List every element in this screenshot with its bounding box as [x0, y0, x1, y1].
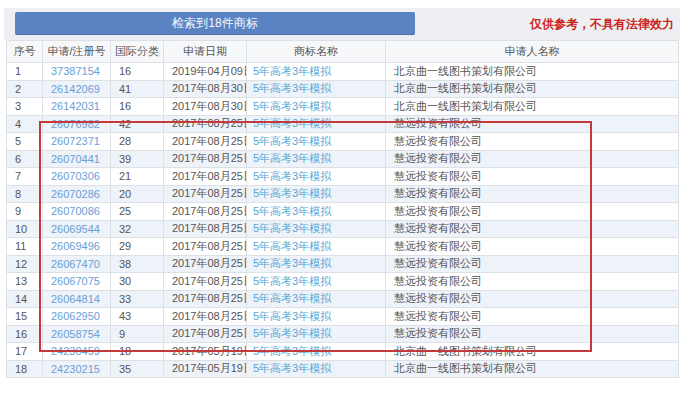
row-index: 10 — [7, 220, 43, 238]
table-row: 3 26142031 16 2017年08月30日 5年高考3年模拟 北京曲一线… — [7, 98, 679, 116]
applicant-name: 慧远投资有限公司 — [386, 220, 679, 238]
apply-date: 2017年08月25日 — [164, 150, 247, 168]
column-header-applicant: 申请人名称 — [386, 41, 679, 63]
intl-class: 39 — [111, 150, 164, 168]
row-index: 11 — [7, 238, 43, 256]
table-row: 10 26069544 32 2017年08月25日 5年高考3年模拟 慧远投资… — [7, 220, 679, 238]
reg-no-link[interactable]: 26058754 — [51, 328, 100, 340]
reg-no-link[interactable]: 26076982 — [51, 118, 100, 130]
table-row: 11 26069496 29 2017年08月25日 5年高考3年模拟 慧远投资… — [7, 238, 679, 256]
table-body: 1 37387154 16 2019年04月09日 5年高考3年模拟 北京曲一线… — [7, 63, 679, 378]
applicant-name: 慧远投资有限公司 — [386, 150, 679, 168]
row-index: 9 — [7, 203, 43, 221]
applicant-name: 慧远投资有限公司 — [386, 290, 679, 308]
trademark-name-link[interactable]: 5年高考3年模拟 — [253, 327, 331, 339]
trademark-name-link[interactable]: 5年高考3年模拟 — [253, 100, 331, 112]
reg-no-link[interactable]: 26064814 — [51, 293, 100, 305]
table-row: 15 26062950 43 2017年08月25日 5年高考3年模拟 慧远投资… — [7, 308, 679, 326]
intl-class: 33 — [111, 290, 164, 308]
reg-no-link[interactable]: 24230459 — [51, 345, 100, 357]
trademark-name-link[interactable]: 5年高考3年模拟 — [253, 292, 331, 304]
table-row: 18 24230215 35 2017年05月19日 5年高考3年模拟 北京曲一… — [7, 360, 679, 378]
trademark-name-link[interactable]: 5年高考3年模拟 — [253, 117, 331, 129]
row-index: 2 — [7, 80, 43, 98]
reg-no-link[interactable]: 24230215 — [51, 363, 100, 375]
trademark-name-link[interactable]: 5年高考3年模拟 — [253, 222, 331, 234]
column-header-index: 序号 — [7, 41, 43, 63]
reg-no-link[interactable]: 26070286 — [51, 188, 100, 200]
table-row: 12 26067470 38 2017年08月25日 5年高考3年模拟 慧远投资… — [7, 255, 679, 273]
reg-no-link[interactable]: 26142069 — [51, 83, 100, 95]
reg-no-link[interactable]: 37387154 — [51, 65, 100, 77]
reg-no-link[interactable]: 26070086 — [51, 205, 100, 217]
trademark-name-link[interactable]: 5年高考3年模拟 — [253, 205, 331, 217]
reg-no-link[interactable]: 26069496 — [51, 240, 100, 252]
applicant-name: 慧远投资有限公司 — [386, 238, 679, 256]
intl-class: 43 — [111, 308, 164, 326]
intl-class: 30 — [111, 273, 164, 291]
trademark-name-link[interactable]: 5年高考3年模拟 — [253, 152, 331, 164]
apply-date: 2017年08月25日 — [164, 325, 247, 343]
intl-class: 35 — [111, 360, 164, 378]
trademark-name-link[interactable]: 5年高考3年模拟 — [253, 240, 331, 252]
row-index: 3 — [7, 98, 43, 116]
column-header-reg-no: 申请/注册号 — [43, 41, 111, 63]
applicant-name: 慧远投资有限公司 — [386, 203, 679, 221]
applicant-name: 慧远投资有限公司 — [386, 185, 679, 203]
applicant-name: 慧远投资有限公司 — [386, 273, 679, 291]
row-index: 12 — [7, 255, 43, 273]
applicant-name: 北京曲一线图书策划有限公司 — [386, 63, 679, 81]
intl-class: 32 — [111, 220, 164, 238]
apply-date: 2017年08月30日 — [164, 98, 247, 116]
reg-no-link[interactable]: 26070306 — [51, 170, 100, 182]
trademark-name-link[interactable]: 5年高考3年模拟 — [253, 65, 331, 77]
trademark-search-results-page: 检索到18件商标 仅供参考，不具有法律效力 序号 申请/注册号 国际分类 申请日… — [0, 8, 684, 406]
apply-date: 2017年08月25日 — [164, 220, 247, 238]
apply-date: 2017年08月25日 — [164, 203, 247, 221]
intl-class: 42 — [111, 115, 164, 133]
apply-date: 2017年08月25日 — [164, 168, 247, 186]
trademark-name-link[interactable]: 5年高考3年模拟 — [253, 170, 331, 182]
trademark-name-link[interactable]: 5年高考3年模拟 — [253, 257, 331, 269]
table-row: 7 26070306 21 2017年08月25日 5年高考3年模拟 慧远投资有… — [7, 168, 679, 186]
intl-class: 20 — [111, 185, 164, 203]
trademark-name-link[interactable]: 5年高考3年模拟 — [253, 310, 331, 322]
trademark-name-link[interactable]: 5年高考3年模拟 — [253, 275, 331, 287]
apply-date: 2019年04月09日 — [164, 63, 247, 81]
intl-class: 9 — [111, 325, 164, 343]
intl-class: 18 — [111, 343, 164, 361]
apply-date: 2017年08月25日 — [164, 273, 247, 291]
row-index: 17 — [7, 343, 43, 361]
trademark-name-link[interactable]: 5年高考3年模拟 — [253, 135, 331, 147]
table-row: 1 37387154 16 2019年04月09日 5年高考3年模拟 北京曲一线… — [7, 63, 679, 81]
reg-no-link[interactable]: 26142031 — [51, 100, 100, 112]
intl-class: 16 — [111, 98, 164, 116]
row-index: 7 — [7, 168, 43, 186]
top-band: 检索到18件商标 仅供参考，不具有法律效力 — [4, 8, 680, 40]
table-row: 16 26058754 9 2017年08月25日 5年高考3年模拟 慧远投资有… — [7, 325, 679, 343]
reg-no-link[interactable]: 26067470 — [51, 258, 100, 270]
reg-no-link[interactable]: 26067075 — [51, 275, 100, 287]
apply-date: 2017年08月25日 — [164, 238, 247, 256]
row-index: 1 — [7, 63, 43, 81]
apply-date: 2017年08月25日 — [164, 185, 247, 203]
trademark-name-link[interactable]: 5年高考3年模拟 — [253, 187, 331, 199]
disclaimer-text: 仅供参考，不具有法律效力 — [530, 16, 674, 33]
table-header-row: 序号 申请/注册号 国际分类 申请日期 商标名称 申请人名称 — [7, 41, 679, 63]
trademark-name-link[interactable]: 5年高考3年模拟 — [253, 82, 331, 94]
table-row: 4 26076982 42 2017年08月25日 5年高考3年模拟 慧远投资有… — [7, 115, 679, 133]
trademark-name-link[interactable]: 5年高考3年模拟 — [253, 362, 331, 374]
reg-no-link[interactable]: 26072371 — [51, 135, 100, 147]
row-index: 18 — [7, 360, 43, 378]
table-row: 17 24230459 18 2017年05月19日 5年高考3年模拟 北京曲一… — [7, 343, 679, 361]
table-row: 6 26070441 39 2017年08月25日 5年高考3年模拟 慧远投资有… — [7, 150, 679, 168]
reg-no-link[interactable]: 26062950 — [51, 310, 100, 322]
reg-no-link[interactable]: 26069544 — [51, 223, 100, 235]
apply-date: 2017年05月19日 — [164, 343, 247, 361]
applicant-name: 慧远投资有限公司 — [386, 325, 679, 343]
reg-no-link[interactable]: 26070441 — [51, 153, 100, 165]
applicant-name: 北京曲一线图书策划有限公司 — [386, 360, 679, 378]
trademark-name-link[interactable]: 5年高考3年模拟 — [253, 345, 331, 357]
apply-date: 2017年08月25日 — [164, 308, 247, 326]
table-row: 8 26070286 20 2017年08月25日 5年高考3年模拟 慧远投资有… — [7, 185, 679, 203]
